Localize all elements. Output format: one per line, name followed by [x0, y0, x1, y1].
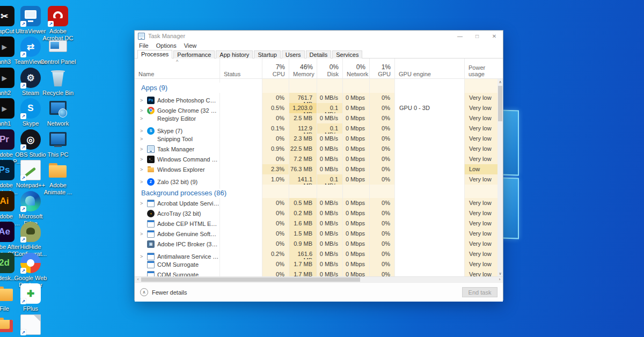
process-row[interactable]: >Acrobat Update Service (32 bit)0%0.5 MB… — [135, 198, 499, 208]
tab-performance[interactable]: Performance — [173, 50, 215, 58]
controlpanel-icon — [48, 36, 68, 57]
tab-users[interactable]: Users — [282, 50, 305, 58]
horizontal-scroll-thumb[interactable] — [141, 277, 360, 282]
process-list: Apps (9)>PsAdobe Photoshop CC 2018 (12)0… — [135, 79, 503, 276]
expand-chevron-icon[interactable]: > — [140, 167, 147, 172]
column-header-name[interactable]: Name^ — [135, 58, 219, 78]
process-row[interactable]: >SSkype (7)0.1%112.9 MB0.1 MB/s0 Mbps0%V… — [135, 123, 499, 134]
cell-status — [219, 154, 262, 164]
end-task-button[interactable]: End task — [462, 287, 497, 297]
cmd-icon: ›_ — [147, 156, 155, 163]
process-row[interactable]: >›_Windows Command Processor ...0%7.2 MB… — [135, 154, 499, 164]
desktop-icon-network[interactable]: Network — [40, 98, 76, 127]
fewer-details-toggle[interactable]: ∧ Fewer details — [140, 288, 187, 296]
expand-chevron-icon[interactable]: > — [140, 128, 147, 134]
menu-item-options[interactable]: Options — [156, 42, 177, 49]
tab-processes[interactable]: Processes — [137, 50, 172, 58]
cell-power-usage: Very low — [464, 144, 499, 154]
expand-chevron-icon[interactable]: > — [140, 231, 147, 237]
process-row[interactable]: >Google Chrome (32 bit) (18)0.5%1,203.0 … — [135, 103, 499, 113]
shortcut-arrow-icon: ↗ — [20, 237, 26, 243]
column-header-gpu-engine[interactable]: GPU engine — [394, 58, 464, 78]
column-header-gpu[interactable]: 1%GPU — [369, 58, 394, 78]
column-header-memory[interactable]: 46%Memory — [289, 58, 317, 78]
column-label-gpu: GPU — [374, 71, 391, 77]
vertical-scrollbar[interactable]: ∧ ∨ — [497, 79, 503, 276]
process-row[interactable]: COM Surrogate0%1.7 MB0 MB/s0 Mbps0%Very … — [135, 269, 499, 276]
process-row[interactable]: Adobe CEP HTML Engine0%1.6 MB0 MB/s0 Mbp… — [135, 218, 499, 229]
process-name: Zalo (32 bit) (9) — [157, 179, 197, 185]
desktop-icon-fplus[interactable]: ✚↗FPlus — [12, 283, 49, 312]
tab-startup[interactable]: Startup — [254, 50, 280, 58]
regedit-icon — [147, 115, 155, 122]
cell-gpu: 0% — [369, 113, 394, 123]
process-row[interactable]: COM Surrogate0%1.7 MB0 MB/s0 Mbps0%Very … — [135, 259, 499, 269]
cell-power-usage — [464, 83, 499, 93]
process-row[interactable]: >Task Manager0.9%22.5 MB0 MB/s0 Mbps0%Ve… — [135, 144, 499, 154]
tab-details[interactable]: Details — [306, 50, 332, 58]
cell-disk: 0 MB/s — [317, 218, 342, 229]
scroll-down-icon[interactable]: ∨ — [497, 270, 503, 276]
expand-chevron-icon[interactable]: > — [140, 146, 147, 152]
cell-cpu: 0% — [262, 269, 289, 276]
cell-gpu — [369, 188, 394, 198]
desktop-icon-folder[interactable]: Adobe Animate ... — [40, 159, 76, 195]
process-row[interactable]: ◖AcroTray (32 bit)0%0.2 MB0 MB/s0 Mbps0%… — [135, 208, 499, 218]
cell-gpu: 0% — [369, 269, 394, 276]
aftereffects-glyph: Ae — [0, 226, 10, 237]
expand-chevron-icon[interactable]: > — [140, 108, 147, 113]
scroll-left-icon[interactable]: ‹ — [135, 277, 141, 282]
menu-item-view[interactable]: View — [184, 42, 197, 49]
process-row[interactable]: ▣Adobe IPC Broker (32 bit)0%0.9 MB0 MB/s… — [135, 239, 499, 249]
expand-chevron-icon[interactable]: > — [140, 157, 147, 162]
expand-chevron-icon[interactable]: > — [140, 179, 147, 185]
group-header-background[interactable]: Background processes (86) — [135, 188, 499, 198]
process-row[interactable]: >Windows Explorer2.3%76.3 MB0 MB/s0 Mbps… — [135, 164, 499, 174]
process-row[interactable]: >ZZalo (32 bit) (9)1.0%141.1 MB0.1 MB/s0… — [135, 174, 499, 185]
desktop-icon-recyclebin[interactable]: Recycle Bin — [40, 67, 76, 97]
tab-services[interactable]: Services — [332, 50, 362, 58]
cell-gpu-engine — [394, 144, 464, 154]
wallpaper-windows-logo-pane-bottom — [501, 177, 519, 239]
cell-gpu-engine — [394, 134, 464, 144]
tab-app-history[interactable]: App history — [216, 50, 253, 58]
expand-chevron-icon[interactable]: > — [140, 201, 147, 206]
explorer-icon — [147, 166, 155, 173]
process-row[interactable]: >Registry Editor0%2.5 MB0 MB/s0 Mbps0%Ve… — [135, 113, 499, 123]
vertical-scroll-thumb[interactable] — [498, 86, 502, 121]
close-icon[interactable]: ✕ — [486, 31, 503, 41]
cell-net: 0 Mbps — [342, 144, 369, 154]
column-header-cpu[interactable]: 7%CPU — [262, 58, 289, 78]
minimize-icon[interactable]: — — [451, 31, 469, 41]
expand-chevron-icon[interactable]: > — [140, 136, 147, 142]
cell-mem: 2.5 MB — [289, 113, 317, 123]
column-header-row: Name^Status7%CPU46%Memory0%Disk0%Network… — [135, 58, 503, 79]
process-name: COM Surrogate — [157, 272, 199, 277]
desktop-icon-controlpanel[interactable]: Control Panel — [40, 36, 76, 65]
desktop-icon-thispc[interactable]: This PC — [40, 129, 76, 158]
expand-chevron-icon[interactable]: > — [140, 98, 147, 103]
group-header-apps[interactable]: Apps (9) — [135, 83, 499, 93]
cell-gpu — [369, 83, 394, 93]
expand-chevron-icon[interactable]: > — [140, 116, 147, 121]
scroll-right-icon[interactable]: › — [496, 277, 503, 282]
expand-chevron-icon[interactable]: > — [140, 254, 147, 259]
column-header-power-usage[interactable]: Power usage — [464, 58, 499, 78]
maximize-icon[interactable]: □ — [469, 31, 486, 41]
horizontal-scrollbar[interactable]: ‹ › — [135, 276, 503, 282]
title-bar[interactable]: Task Manager — □ ✕ — [135, 31, 503, 41]
photoshop-glyph: Ps — [0, 165, 10, 175]
scroll-up-icon[interactable]: ∧ — [497, 79, 503, 85]
zalo-icon: Z — [147, 178, 155, 186]
column-header-network[interactable]: 0%Network — [342, 58, 369, 78]
process-row[interactable]: >Snipping Tool0%2.3 MB0 MB/s0 Mbps0%Very… — [135, 134, 499, 144]
cell-name: COM Surrogate — [135, 259, 219, 269]
footer-bar: ∧ Fewer details End task — [135, 282, 503, 302]
column-header-status[interactable]: Status — [219, 58, 262, 78]
column-header-disk[interactable]: 0%Disk — [317, 58, 342, 78]
desktop-icon-clientriot[interactable]: ↗Client Riot — [12, 314, 49, 337]
menu-item-file[interactable]: File — [139, 42, 149, 49]
process-row[interactable]: >PsAdobe Photoshop CC 2018 (12)0%761.7 M… — [135, 93, 499, 103]
process-row[interactable]: >Antimalware Service Executable0.2%161.6… — [135, 249, 499, 259]
process-row[interactable]: >Adobe Genuine Software Servic...0%1.5 M… — [135, 229, 499, 239]
